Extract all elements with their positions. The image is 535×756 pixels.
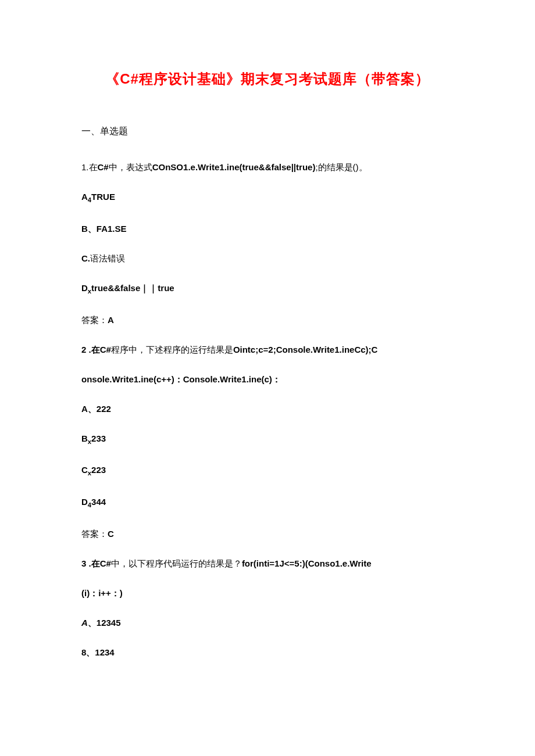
q1-option-d: Dxtrue&&false｜｜true	[81, 282, 454, 296]
q1-option-c: C.语法错误	[81, 252, 454, 264]
q1-answer: 答案：A	[81, 314, 454, 326]
text: 223	[91, 465, 106, 475]
q3-stem-line2: (i)：i++：)	[81, 587, 454, 599]
text: 、12345	[88, 618, 121, 628]
text: 2 .在	[81, 345, 100, 354]
text: C#	[100, 558, 111, 568]
q2-option-d: D4344	[81, 496, 454, 510]
q2-answer: 答案：C	[81, 528, 454, 540]
q2-option-a: A、222	[81, 403, 454, 415]
text: TRUE	[91, 192, 115, 202]
text: B	[81, 433, 88, 443]
text: 344	[91, 497, 106, 507]
answer-label: 答案：	[81, 315, 108, 325]
text: 程序中，下述程序的运行结果是	[111, 345, 233, 354]
text: COnSO1.e.Write1.ine(true&&false||true)	[152, 162, 316, 172]
text: 3 .在	[81, 558, 100, 568]
text: D	[81, 497, 88, 507]
text: true&&false｜｜true	[91, 283, 174, 293]
text: C.	[81, 253, 90, 263]
q2-stem-line1: 2 .在C#程序中，下述程序的运行结果是Ointc;c=2;Console.Wr…	[81, 343, 454, 356]
q3-stem-line1: 3 .在C#中，以下程序代码运行的结果是？for(inti=1J<=5:)(Co…	[81, 557, 454, 569]
text: 233	[91, 433, 106, 443]
text: C#	[98, 162, 109, 172]
text: 语法错误	[90, 253, 125, 263]
q3-option-b: 8、1234	[81, 646, 454, 658]
text: D	[81, 283, 88, 293]
text: C	[81, 465, 88, 475]
answer-label: 答案：	[81, 529, 108, 539]
text: 1.在	[81, 162, 98, 172]
text: for(inti=1J<=5:)(Conso1.e.Write	[242, 558, 372, 568]
text: C#	[100, 345, 111, 354]
answer-value: A	[108, 315, 114, 325]
q2-option-b: Bx233	[81, 432, 454, 447]
answer-value: C	[108, 529, 114, 539]
q1-stem: 1.在C#中，表达式COnSO1.e.Write1.ine(true&&fals…	[81, 161, 454, 173]
text: 中，表达式	[109, 162, 152, 172]
section-heading: 一、单选题	[81, 126, 454, 138]
q2-stem-line2: onsole.Write1.ine(c++)：Console.Write1.in…	[81, 373, 454, 385]
text: Ointc;c=2;Console.Write1.ineCc);C	[233, 345, 378, 354]
text: A	[81, 618, 88, 628]
text: A	[81, 192, 88, 202]
page-title: 《C#程序设计基础》期末复习考试题库（带答案）	[81, 70, 454, 88]
q3-option-a: A、12345	[81, 617, 454, 629]
q1-option-b: B、FA1.SE	[81, 223, 454, 235]
q1-option-a: A4TRUE	[81, 191, 454, 205]
text: 中，以下程序代码运行的结果是？	[111, 558, 242, 568]
text: ;的结果是()。	[315, 162, 367, 172]
q2-option-c: Cx223	[81, 464, 454, 478]
